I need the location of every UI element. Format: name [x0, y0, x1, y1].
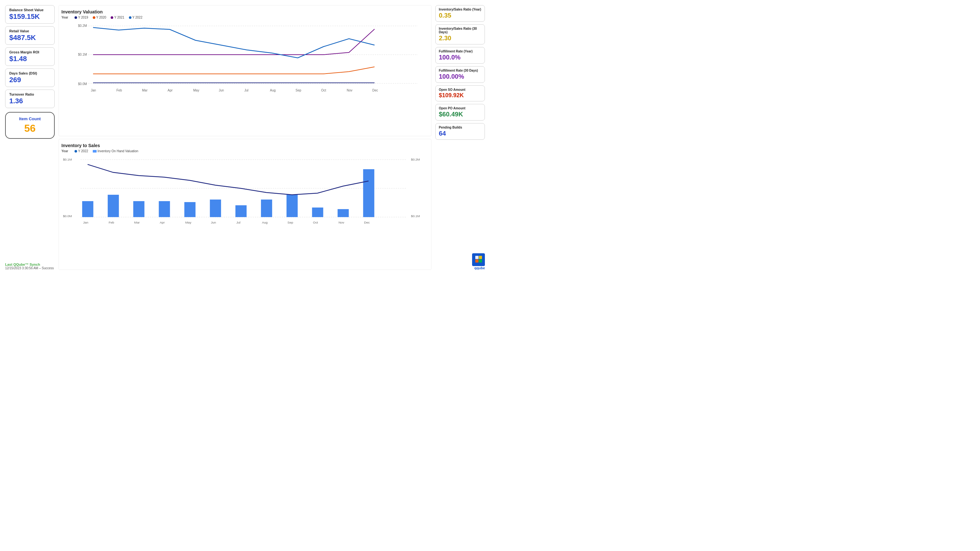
turnover-ratio-value: 1.36: [9, 97, 51, 105]
year-label-2: Year: [61, 149, 68, 153]
sync-detail: 12/15/2023 3:30:56 AM – Success: [5, 267, 55, 270]
svg-text:Jul: Jul: [236, 221, 240, 224]
svg-text:$0.0M: $0.0M: [78, 82, 87, 86]
open-po-value: $60.49K: [439, 111, 481, 118]
svg-text:Oct: Oct: [321, 89, 326, 92]
svg-text:$0.1M: $0.1M: [63, 158, 72, 161]
svg-text:Jun: Jun: [219, 89, 224, 92]
turnover-ratio-label: Turnover Ratio: [9, 92, 51, 96]
svg-rect-52: [475, 259, 479, 262]
qqube-brand-text: qqube: [435, 266, 485, 270]
inventory-valuation-title: Inventory Valuation: [61, 9, 429, 14]
fulfill-30-value: 100.00%: [439, 73, 481, 80]
inv-sales-year-value: 0.35: [439, 12, 481, 19]
svg-rect-46: [312, 208, 323, 217]
svg-text:Oct: Oct: [313, 221, 318, 224]
balance-sheet-label: Balance Sheet Value: [9, 8, 51, 12]
svg-rect-53: [479, 259, 482, 262]
inventory-valuation-legend: Year Y 2019 Y 2020 Y 2021 Y 2022: [61, 16, 429, 19]
open-so-card: Open SO Amount $109.92K: [435, 86, 485, 102]
svg-text:Dec: Dec: [372, 89, 378, 92]
svg-text:$0.0M: $0.0M: [63, 214, 72, 218]
y2020-dot: [93, 16, 95, 19]
left-column: Balance Sheet Value $159.15K Retail Valu…: [5, 5, 55, 270]
svg-text:Jun: Jun: [211, 221, 216, 224]
balance-sheet-value: $159.15K: [9, 13, 51, 21]
gross-margin-card: Gross Margin ROI $1.48: [5, 47, 55, 66]
gross-margin-value: $1.48: [9, 55, 51, 63]
svg-rect-51: [479, 256, 482, 259]
legend-y2021: Y 2021: [111, 16, 124, 19]
svg-text:May: May: [193, 89, 199, 92]
svg-text:Nov: Nov: [347, 89, 352, 92]
inventory-to-sales-chart: $0.1M $0.0M $0.2M $0.1M Jan Feb Mar Apr …: [61, 155, 429, 228]
days-sales-card: Days Sales (DSI) 269: [5, 68, 55, 87]
open-so-label: Open SO Amount: [439, 88, 481, 92]
inv-sales-30-card: Inventory/Sales Ratio (30 Days) 2.30: [435, 24, 485, 44]
sync-title: Last QQube™ Synch: [5, 262, 55, 267]
y2021-dot: [111, 16, 113, 19]
item-count-card: Item Count 56: [5, 112, 55, 139]
legend-y2022: Y 2022: [129, 16, 143, 19]
inventory-to-sales-title: Inventory to Sales: [61, 143, 429, 148]
retail-value-card: Retail Value $487.5K: [5, 26, 55, 45]
svg-rect-50: [475, 256, 479, 259]
svg-rect-40: [159, 201, 170, 217]
retail-value-label: Retail Value: [9, 29, 51, 33]
svg-text:Aug: Aug: [270, 89, 276, 92]
svg-text:Sep: Sep: [296, 89, 301, 92]
inventory-valuation-chart: $0.2M $0.1M $0.0M Jan Feb Mar Apr May Ju…: [61, 21, 429, 98]
inv-sales-30-value: 2.30: [439, 35, 481, 42]
svg-text:Nov: Nov: [338, 221, 344, 224]
item-count-label: Item Count: [10, 116, 50, 121]
qqube-icon: [472, 253, 485, 266]
svg-rect-38: [108, 195, 119, 217]
svg-text:Jan: Jan: [91, 89, 96, 92]
sync-info: Last QQube™ Synch 12/15/2023 3:30:56 AM …: [5, 259, 55, 270]
svg-text:$0.2M: $0.2M: [78, 24, 87, 27]
svg-rect-39: [134, 201, 145, 217]
center-column: Inventory Valuation Year Y 2019 Y 2020 Y…: [59, 5, 431, 270]
svg-rect-37: [82, 201, 93, 217]
days-sales-label: Days Sales (DSI): [9, 71, 51, 75]
svg-text:$0.2M: $0.2M: [411, 158, 420, 161]
inv-sales-year-label: Inventory/Sales Ratio (Year): [439, 8, 481, 11]
qqube-logo: qqube: [435, 251, 485, 270]
svg-rect-47: [337, 209, 348, 217]
inventory-to-sales-section: Inventory to Sales Year Y 2022 Inventory…: [59, 139, 431, 270]
y2022-dot: [129, 16, 132, 19]
qqube-svg-icon: [474, 254, 483, 264]
svg-rect-41: [184, 202, 196, 217]
open-so-value: $109.92K: [439, 92, 481, 99]
balance-sheet-card: Balance Sheet Value $159.15K: [5, 5, 55, 24]
days-sales-value: 269: [9, 76, 51, 84]
inventory-to-sales-legend: Year Y 2022 Inventory On Hand Valuation: [61, 149, 429, 153]
svg-text:Sep: Sep: [288, 221, 293, 224]
fulfill-year-label: Fulfillment Rate (Year): [439, 49, 481, 53]
svg-text:Mar: Mar: [142, 89, 148, 92]
svg-text:$0.1M: $0.1M: [78, 53, 87, 56]
svg-text:$0.1M: $0.1M: [411, 214, 420, 218]
svg-text:Apr: Apr: [160, 221, 165, 224]
svg-text:Jan: Jan: [83, 221, 88, 224]
legend-inv-on-hand: Inventory On Hand Valuation: [93, 149, 138, 153]
svg-text:Feb: Feb: [116, 89, 122, 92]
legend-y2022b: Y 2022: [75, 149, 88, 153]
svg-text:Aug: Aug: [262, 221, 268, 224]
inv-sales-year-card: Inventory/Sales Ratio (Year) 0.35: [435, 5, 485, 22]
svg-text:Feb: Feb: [109, 221, 115, 224]
y2022b-dot: [75, 150, 77, 152]
right-column: Inventory/Sales Ratio (Year) 0.35 Invent…: [435, 5, 485, 270]
legend-y2020: Y 2020: [93, 16, 107, 19]
svg-text:Apr: Apr: [168, 89, 173, 92]
year-label: Year: [61, 16, 68, 19]
svg-rect-45: [286, 195, 298, 217]
svg-text:Dec: Dec: [364, 221, 370, 224]
inv-on-hand-bar-icon: [93, 150, 97, 152]
svg-rect-43: [235, 205, 247, 217]
gross-margin-label: Gross Margin ROI: [9, 50, 51, 54]
svg-rect-42: [210, 200, 221, 217]
fulfill-30-card: Fulfillment Rate (30 Days) 100.00%: [435, 66, 485, 83]
inventory-valuation-section: Inventory Valuation Year Y 2019 Y 2020 Y…: [59, 5, 431, 136]
pending-builds-card: Pending Builds 64: [435, 123, 485, 140]
